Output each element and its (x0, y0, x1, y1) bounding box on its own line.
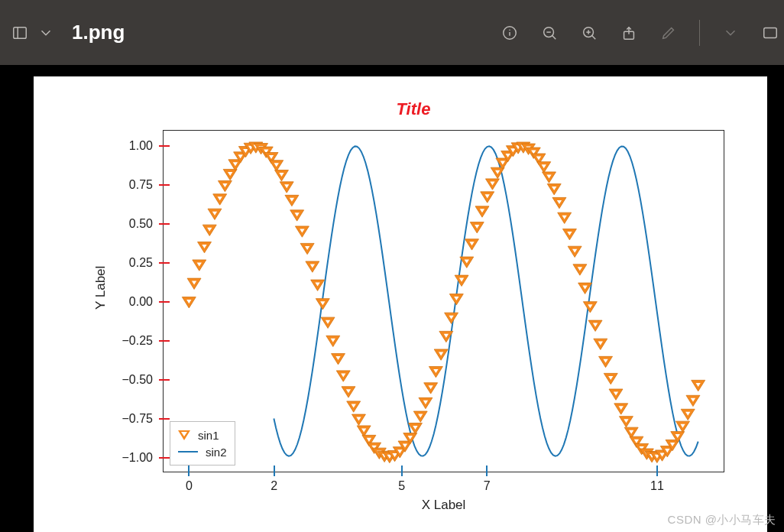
window-icon[interactable] (761, 24, 779, 42)
plot-frame: 025711−1.00−0.75−0.50−0.250.000.250.500.… (163, 130, 724, 472)
info-icon[interactable] (501, 24, 519, 42)
share-icon[interactable] (620, 24, 638, 42)
svg-point-4 (509, 29, 510, 30)
pencil-icon[interactable] (659, 24, 678, 42)
x-tick (656, 466, 658, 476)
image-viewport: Title Y Label 025711−1.00−0.75−0.50−0.25… (0, 65, 784, 532)
y-tick (159, 379, 170, 381)
y-tick (159, 223, 170, 225)
y-tick (159, 145, 170, 147)
x-tick-label: 7 (484, 479, 491, 493)
y-tick-label: 1.00 (129, 139, 153, 153)
x-tick-label: 11 (650, 479, 664, 493)
y-tick (159, 340, 170, 342)
triangle-marker-icon (178, 430, 190, 440)
legend: sin1 sin2 (170, 421, 235, 466)
y-tick-label: −0.75 (122, 412, 153, 426)
y-tick-label: 0.75 (129, 178, 153, 192)
y-tick (159, 418, 170, 420)
x-tick (401, 466, 403, 476)
legend-label: sin2 (206, 446, 227, 459)
legend-label: sin1 (198, 429, 219, 442)
x-tick (188, 466, 190, 476)
x-tick-label: 5 (398, 479, 405, 493)
zoom-in-icon[interactable] (580, 24, 598, 42)
y-tick (159, 262, 170, 264)
y-tick-label: −0.50 (122, 373, 153, 387)
window-titlebar: 1.png (0, 0, 784, 65)
plot-area (164, 131, 724, 472)
y-tick-label: −0.25 (122, 334, 153, 348)
chart-title: Title (90, 99, 737, 119)
x-axis-label: X Label (164, 498, 724, 513)
y-tick-label: 0.00 (129, 295, 153, 309)
x-tick-label: 2 (271, 479, 277, 493)
image-card: Title Y Label 025711−1.00−0.75−0.50−0.25… (34, 76, 767, 532)
y-tick (159, 457, 170, 459)
y-tick-label: 0.25 (129, 256, 153, 270)
x-tick (274, 466, 275, 476)
y-tick-label: −1.00 (122, 451, 153, 465)
y-axis-label: Y Label (93, 266, 109, 310)
legend-item-sin1: sin1 (178, 427, 227, 443)
titlebar-left: 1.png (11, 21, 494, 44)
y-tick (159, 184, 170, 186)
titlebar-right (501, 20, 773, 46)
sidebar-toggle-icon[interactable] (11, 24, 29, 42)
legend-item-sin2: sin2 (178, 443, 227, 460)
line-marker-icon (178, 451, 198, 453)
chevron-down-icon[interactable] (37, 24, 55, 42)
x-tick (486, 466, 488, 476)
chevron-down-icon[interactable] (721, 24, 740, 42)
svg-rect-14 (764, 28, 777, 37)
separator (699, 20, 700, 46)
zoom-out-icon[interactable] (540, 24, 559, 42)
file-name: 1.png (72, 21, 125, 44)
chart: Title Y Label 025711−1.00−0.75−0.50−0.25… (90, 99, 737, 520)
x-tick-label: 0 (186, 479, 193, 493)
svg-rect-0 (14, 27, 27, 38)
svg-line-9 (592, 35, 595, 38)
svg-line-6 (552, 35, 556, 38)
y-tick (159, 301, 170, 303)
y-tick-label: 0.50 (129, 217, 153, 231)
